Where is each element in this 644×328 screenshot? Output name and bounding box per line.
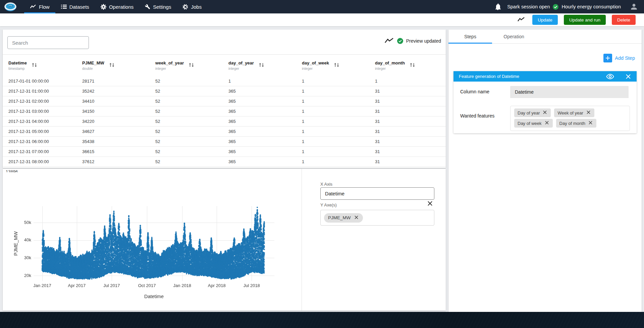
delete-button[interactable]: Delete	[612, 15, 636, 25]
table-cell: 34627	[82, 129, 155, 134]
app-logo[interactable]	[4, 1, 17, 12]
search-input[interactable]	[7, 36, 89, 49]
trend-icon	[384, 37, 394, 45]
sort-icon[interactable]	[31, 60, 38, 69]
sort-icon[interactable]	[109, 60, 115, 69]
project-name: Hourly energy consumption	[561, 4, 621, 9]
clear-y-axes-icon[interactable]	[426, 200, 434, 207]
divider	[302, 169, 302, 311]
table-row: 2017-12-31 04:00:003422052365131	[3, 116, 446, 127]
column-header-PJME_MW: PJME_MWdouble	[82, 60, 155, 71]
remove-chip-icon[interactable]	[544, 120, 549, 126]
steps-panel: StepsOperation Add Step Feature generati…	[448, 30, 642, 312]
preview-status: Preview updated	[384, 37, 441, 45]
y-axis-chip[interactable]: PJME_MW	[324, 213, 363, 223]
feature-chip[interactable]: Day of month	[556, 119, 596, 128]
preview-updated-icon	[397, 38, 403, 44]
table-cell: 31	[375, 159, 446, 164]
nav-item-jobs[interactable]: Jobs	[177, 0, 207, 13]
sort-icon[interactable]	[258, 60, 265, 69]
nav-item-flow[interactable]: Flow	[24, 0, 55, 13]
tab-steps[interactable]: Steps	[448, 30, 492, 43]
table-cell: 1	[302, 99, 375, 104]
table-cell: 52	[155, 89, 228, 94]
table-cell: 52	[155, 109, 228, 114]
table-cell: 1	[302, 119, 375, 124]
sort-icon[interactable]	[188, 60, 195, 69]
table-cell: 2017-12-31 01:00:00	[8, 89, 82, 94]
table-cell: 31	[375, 89, 446, 94]
table-cell: 34150	[82, 109, 155, 114]
sort-icon[interactable]	[409, 60, 416, 69]
table-cell: 365	[228, 139, 302, 144]
table-cell: 31	[375, 139, 446, 144]
feature-chip[interactable]: Day of week	[514, 119, 553, 128]
sort-icon[interactable]	[333, 60, 340, 69]
add-icon	[603, 54, 612, 62]
top-navbar: FlowDatasetsOperationsSettingsJobs Spark…	[0, 0, 644, 13]
table-row: 2017-12-31 05:00:003462752365131	[3, 127, 446, 137]
preview-step-eye-icon[interactable]	[606, 74, 614, 80]
remove-chip-icon[interactable]	[354, 215, 359, 221]
feature-chip[interactable]: Day of year	[514, 108, 551, 117]
scatter-chart[interactable]	[3, 169, 302, 311]
table-cell: 31	[375, 119, 446, 124]
nav-item-datasets[interactable]: Datasets	[55, 0, 95, 13]
table-cell: 52	[155, 99, 228, 104]
preview-updated-text: Preview updated	[406, 38, 441, 44]
wrench-icon	[145, 4, 150, 9]
list-icon	[61, 4, 67, 9]
trend-icon	[30, 4, 36, 9]
table-cell: 52	[155, 139, 228, 144]
table-cell: 28171	[82, 79, 155, 84]
remove-chip-icon[interactable]	[588, 120, 593, 126]
nav-item-operations[interactable]: Operations	[95, 0, 139, 13]
nav-item-settings[interactable]: Settings	[139, 0, 177, 13]
table-row: 2017-12-31 02:00:003441052365131	[3, 96, 446, 106]
table-cell: 31	[375, 109, 446, 114]
y-axes-box[interactable]: PJME_MW	[320, 210, 434, 226]
update-and-run-button[interactable]: Update and run	[564, 15, 606, 25]
wanted-features-label: Wanted features	[460, 113, 494, 119]
column-name-input[interactable]: Datetime	[510, 86, 629, 98]
step-card-header: Feature generation of Datetime	[453, 71, 637, 82]
notifications-bell-icon[interactable]	[495, 3, 501, 10]
table-row: 2017-12-31 03:00:003415052365131	[3, 106, 446, 116]
preview-table-card: Preview updated DatetimetimestampPJME_MW…	[3, 30, 446, 168]
wanted-features-box[interactable]: Day of yearWeek of yearDay of weekDay of…	[510, 106, 630, 131]
table-cell: 31	[375, 99, 446, 104]
table-cell: 1	[302, 129, 375, 134]
divider	[3, 54, 446, 55]
table-cell: 34410	[82, 99, 155, 104]
table-cell: 365	[228, 109, 302, 114]
table-row: 2017-12-31 01:00:003524252365131	[3, 86, 446, 96]
table-header: DatetimetimestampPJME_MWdoubleweek_of_ye…	[8, 60, 446, 71]
user-avatar-icon[interactable]	[630, 2, 638, 11]
x-axis-input[interactable]	[320, 187, 434, 200]
table-cell: 52	[155, 79, 228, 84]
table-cell: 2017-12-31 03:00:00	[8, 109, 82, 114]
tab-operation[interactable]: Operation	[492, 30, 536, 43]
remove-step-icon[interactable]	[625, 74, 631, 80]
remove-chip-icon[interactable]	[586, 110, 591, 116]
table-cell: 2017-01-01 00:00:00	[8, 79, 82, 84]
update-button[interactable]: Update	[532, 15, 558, 25]
table-cell: 1	[375, 79, 446, 84]
table-cell: 1	[302, 109, 375, 114]
y-axes-label: Y Axe(s)	[320, 202, 337, 207]
table-cell: 31	[375, 149, 446, 154]
table-cell: 2017-12-31 08:00:00	[8, 159, 82, 164]
spark-session-status: Spark session open	[507, 4, 550, 9]
table-cell: 2017-12-31 05:00:00	[8, 129, 82, 134]
feature-chip[interactable]: Week of year	[554, 108, 594, 117]
add-step-button[interactable]: Add Step	[603, 54, 635, 62]
gear-search-icon	[182, 4, 188, 10]
x-axis-label: X Axis	[320, 182, 332, 187]
remove-chip-icon[interactable]	[542, 110, 547, 116]
column-header-day_of_week: day_of_weekinteger	[302, 60, 375, 71]
table-cell: 35438	[82, 139, 155, 144]
table-cell: 2017-12-31 07:00:00	[8, 149, 82, 154]
table-cell: 37612	[82, 159, 155, 164]
step-title: Feature generation of Datetime	[459, 74, 606, 79]
table-cell: 52	[155, 149, 228, 154]
